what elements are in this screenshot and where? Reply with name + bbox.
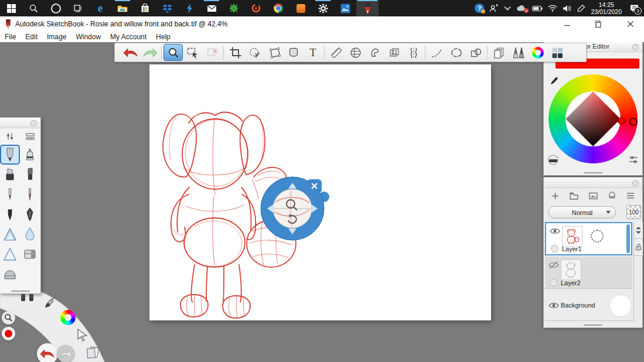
brush-eraser-soft[interactable] [0, 264, 20, 284]
mail-icon[interactable] [200, 0, 223, 16]
layer-editor-header[interactable] [544, 177, 642, 188]
task-view-icon[interactable] [67, 0, 89, 16]
brush-ballpoint[interactable] [0, 185, 20, 204]
notifications-tray-icon[interactable]: 3 [629, 4, 639, 13]
minimize-button[interactable] [558, 18, 576, 30]
search-icon[interactable] [22, 0, 45, 16]
tray-clock[interactable]: 14:25 23/01/2020 [591, 1, 622, 15]
navigation-puck[interactable] [258, 173, 331, 247]
brush-library-tool[interactable] [509, 44, 528, 61]
distort-tool[interactable] [264, 44, 284, 61]
brush-calligraphy[interactable] [20, 204, 40, 224]
background-visibility-eye-icon[interactable] [548, 302, 559, 309]
start-button[interactable] [0, 0, 22, 16]
chrome-icon[interactable] [267, 0, 289, 16]
symmetry-tool[interactable] [404, 44, 423, 61]
diamond-marker[interactable] [618, 117, 625, 125]
help-tray-icon[interactable]: ? [475, 4, 484, 13]
brush-smudge[interactable] [20, 224, 40, 244]
brush-inking-pen[interactable] [0, 204, 20, 224]
photos-icon[interactable] [334, 0, 356, 16]
eyedropper-icon[interactable] [548, 76, 559, 86]
lagoon-color-wheel-icon[interactable] [60, 310, 76, 325]
layer-folder-icon[interactable] [569, 192, 579, 200]
color-panel-drag-handle[interactable] [584, 172, 602, 173]
color-wheel-tool[interactable] [528, 44, 547, 61]
background-color-swatch[interactable] [609, 295, 632, 317]
blend-mode-select[interactable]: Normal [548, 206, 616, 218]
onedrive-tray-icon[interactable]: × [516, 5, 527, 12]
layer-row-layer2[interactable]: Layer2 [545, 257, 632, 289]
ellipse-guide-tool[interactable] [346, 44, 365, 61]
menu-help[interactable]: Help [156, 33, 171, 41]
edge-icon[interactable]: e [89, 0, 111, 16]
perspective-tool[interactable] [384, 44, 404, 61]
crop-tool[interactable] [226, 44, 245, 61]
menu-window[interactable]: Window [76, 33, 101, 41]
origin-icon[interactable] [245, 0, 267, 16]
battery-tray-icon[interactable] [532, 5, 543, 12]
layer-menu-icon[interactable] [626, 192, 635, 200]
lightning-app-icon[interactable] [178, 0, 200, 16]
ellipse-tool[interactable] [447, 44, 466, 61]
steady-stroke-tool[interactable] [427, 44, 447, 61]
hue-marker[interactable] [629, 118, 638, 126]
layer-row-background[interactable]: Background [545, 289, 632, 321]
layer-scrollbar[interactable] [626, 224, 630, 253]
layer-row-layer1[interactable]: Layer1 [545, 222, 632, 255]
undo-tool[interactable] [121, 44, 140, 61]
people-tray-icon[interactable] [489, 4, 499, 12]
color-sliders-icon[interactable] [628, 155, 639, 165]
lagoon-redo-button[interactable] [57, 345, 74, 362]
brush-eraser-hard[interactable] [20, 244, 40, 264]
lagoon-layers-icon[interactable] [84, 344, 101, 361]
menu-my-account[interactable]: My Account [110, 33, 146, 41]
select-tool[interactable] [183, 44, 202, 61]
brush-hard-airbrush[interactable] [0, 244, 20, 264]
layer-panel-drag-handle[interactable] [584, 325, 602, 326]
maximize-button[interactable] [590, 18, 608, 30]
transparent-color-icon[interactable] [547, 154, 559, 166]
lagoon-undo-button[interactable] [37, 343, 58, 362]
orange-app-icon[interactable] [289, 0, 312, 16]
palette-radio[interactable] [30, 120, 37, 127]
zoom-tool[interactable] [163, 44, 183, 61]
copy-paste-tool[interactable] [489, 44, 509, 61]
close-button[interactable] [622, 18, 639, 30]
redo-tool[interactable] [140, 44, 159, 61]
layer2-radio[interactable] [550, 279, 557, 286]
file-explorer-icon[interactable] [111, 0, 134, 16]
ruler-tool[interactable] [326, 44, 346, 61]
brush-palette-header[interactable] [0, 118, 40, 128]
brush-settings-icon[interactable] [5, 132, 15, 141]
fill-tool[interactable] [284, 44, 303, 61]
tray-chevron-icon[interactable] [504, 6, 511, 11]
menu-edit[interactable]: Edit [25, 33, 38, 41]
layer2-hidden-eye-icon[interactable] [548, 261, 559, 269]
text-tool[interactable]: T [303, 44, 322, 61]
brush-sets-icon[interactable] [25, 132, 35, 141]
shapes-tool[interactable] [466, 44, 485, 61]
brush-airbrush[interactable] [20, 145, 40, 165]
menu-image[interactable]: Image [47, 33, 66, 41]
menu-file[interactable]: File [5, 33, 16, 41]
layer1-visibility-eye-icon[interactable] [550, 227, 560, 235]
wifi-tray-icon[interactable] [548, 5, 557, 12]
brush-pencil[interactable] [0, 145, 20, 165]
quick-zoom-button[interactable] [2, 311, 15, 325]
deselect-tool[interactable] [202, 44, 222, 61]
volume-tray-icon[interactable] [563, 5, 572, 12]
lagoon-brush-icon[interactable] [43, 294, 59, 309]
pen-tray-icon[interactable] [577, 4, 585, 12]
add-image-icon[interactable] [588, 192, 598, 200]
cortana-icon[interactable] [45, 0, 67, 16]
french-curve-tool[interactable] [365, 44, 384, 61]
layer-editor-radio[interactable] [632, 180, 639, 186]
layer-reorder-button[interactable] [634, 222, 643, 239]
sketchbook-taskbar-icon[interactable] [356, 0, 379, 16]
layer-unlock-button[interactable] [634, 239, 643, 256]
layer-editor-tool[interactable] [547, 44, 567, 61]
layer-eraser-icon[interactable] [608, 192, 616, 200]
brush-fineliner[interactable] [20, 185, 40, 204]
layer-opacity-field[interactable]: 100 [626, 205, 641, 219]
